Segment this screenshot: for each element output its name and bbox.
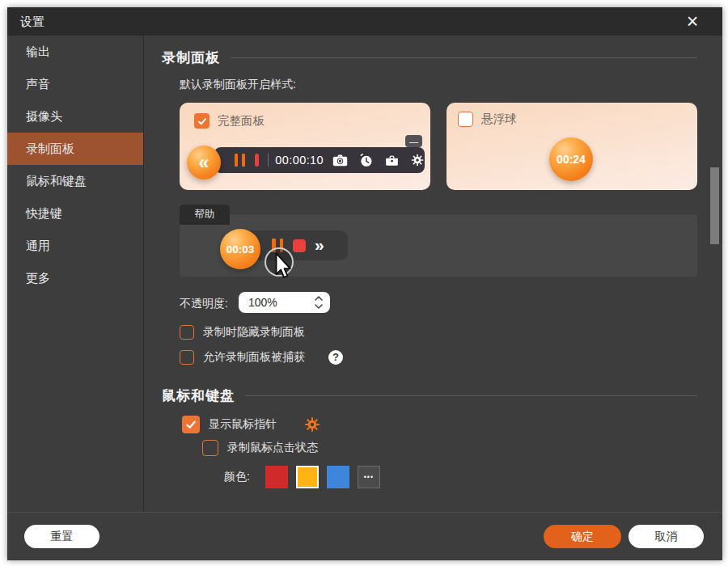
minimize-icon: — (405, 135, 422, 147)
heading-divider (245, 395, 697, 396)
color-label: 颜色: (224, 470, 250, 484)
help-icon[interactable]: ? (328, 350, 343, 365)
opacity-label: 不透明度: (180, 297, 228, 311)
recording-panel-heading-row: 录制面板 (162, 49, 697, 67)
scrollbar-thumb[interactable] (710, 167, 719, 244)
sidebar-item-mouse-keyboard[interactable]: 鼠标和键盘 (7, 165, 143, 197)
sidebar-item-sound[interactable]: 声音 (7, 68, 143, 100)
opacity-value: 100% (239, 296, 314, 309)
float-ball-label: 悬浮球 (481, 112, 517, 127)
show-pointer-row: 显示鼠标指针 (182, 416, 321, 433)
footer: 重置 确定 取消 (7, 512, 722, 560)
show-pointer-label: 显示鼠标指针 (209, 417, 277, 432)
allow-capture-checkbox[interactable] (180, 350, 194, 365)
stop-icon (255, 154, 259, 167)
click-color-row: 颜色: ••• (224, 466, 380, 488)
click-state-checkbox[interactable] (202, 440, 218, 456)
floating-ball-preview: 00:24 (549, 137, 593, 181)
opacity-spinner[interactable]: 100% (239, 292, 330, 313)
show-pointer-checkbox[interactable] (182, 416, 200, 433)
mouse-cursor-icon (270, 251, 293, 285)
hide-panel-label: 录制时隐藏录制面板 (203, 325, 305, 340)
sidebar-item-general[interactable]: 通用 (7, 230, 143, 262)
ok-button[interactable]: 确定 (544, 525, 621, 548)
spinner-arrows-icon[interactable] (314, 294, 330, 311)
color-swatch-yellow[interactable] (296, 466, 319, 488)
recording-time: 00:00:10 (275, 154, 324, 167)
sidebar-item-hotkeys[interactable]: 快捷键 (7, 197, 143, 230)
dialog-title: 设置 (20, 7, 44, 36)
preview-ball: 00:03 (220, 229, 260, 269)
titlebar: 设置 × (7, 7, 722, 36)
default-style-label: 默认录制面板开启样式: (180, 78, 296, 92)
collapse-ball: « (187, 146, 221, 180)
sidebar: 输出 声音 摄像头 录制面板 鼠标和键盘 快捷键 通用 更多 (7, 36, 144, 512)
chevron-left-double-icon: « (199, 152, 210, 174)
pointer-settings-gear-icon[interactable] (303, 416, 321, 433)
allow-capture-row: 允许录制面板被捕获 ? (180, 350, 343, 365)
close-icon[interactable]: × (682, 8, 703, 34)
pause-icon (235, 154, 245, 167)
allow-capture-label: 允许录制面板被捕获 (203, 350, 305, 365)
help-tab[interactable]: 帮助 (180, 205, 230, 225)
stop-icon (293, 239, 306, 252)
color-swatch-blue[interactable] (327, 466, 349, 488)
cancel-button[interactable]: 取消 (629, 525, 704, 548)
check-icon (184, 418, 197, 431)
mouse-keyboard-heading-row: 鼠标和键盘 (162, 386, 697, 405)
mouse-keyboard-heading: 鼠标和键盘 (162, 386, 235, 405)
gear-icon (410, 153, 425, 167)
click-state-row: 录制鼠标点击状态 (202, 440, 318, 456)
hide-panel-checkbox[interactable] (180, 325, 194, 340)
chevron-right-double-icon: » (315, 236, 324, 253)
clock-icon (358, 153, 374, 168)
toolbox-icon (384, 154, 400, 167)
color-swatch-red[interactable] (265, 466, 288, 488)
check-icon (197, 116, 208, 127)
reset-button[interactable]: 重置 (24, 525, 99, 548)
camera-icon (332, 154, 348, 167)
recording-panel-heading: 录制面板 (162, 49, 220, 67)
float-ball-card[interactable]: 悬浮球 00:24 (447, 103, 697, 190)
recorder-toolbar-preview: 00:00:10 (214, 147, 425, 173)
float-ball-checkbox[interactable] (458, 112, 473, 127)
settings-dialog: 设置 × 输出 声音 摄像头 录制面板 鼠标和键盘 快捷键 通用 更多 录制面板… (7, 7, 722, 560)
full-panel-card[interactable]: 完整面板 — 00:00:10 « (180, 103, 430, 190)
click-state-label: 录制鼠标点击状态 (227, 441, 318, 455)
more-colors-icon[interactable]: ••• (358, 466, 380, 488)
sidebar-item-output[interactable]: 输出 (7, 36, 143, 68)
hide-panel-row: 录制时隐藏录制面板 (180, 325, 305, 340)
sidebar-item-recording-panel[interactable]: 录制面板 (7, 133, 143, 165)
sidebar-item-more[interactable]: 更多 (7, 262, 143, 294)
full-panel-checkbox[interactable] (194, 113, 210, 129)
floating-ball-time: 00:24 (557, 153, 586, 166)
heading-divider (231, 57, 697, 58)
preview-ball-time: 00:03 (226, 243, 255, 256)
sidebar-item-camera[interactable]: 摄像头 (7, 100, 143, 133)
full-panel-label: 完整面板 (218, 113, 265, 129)
